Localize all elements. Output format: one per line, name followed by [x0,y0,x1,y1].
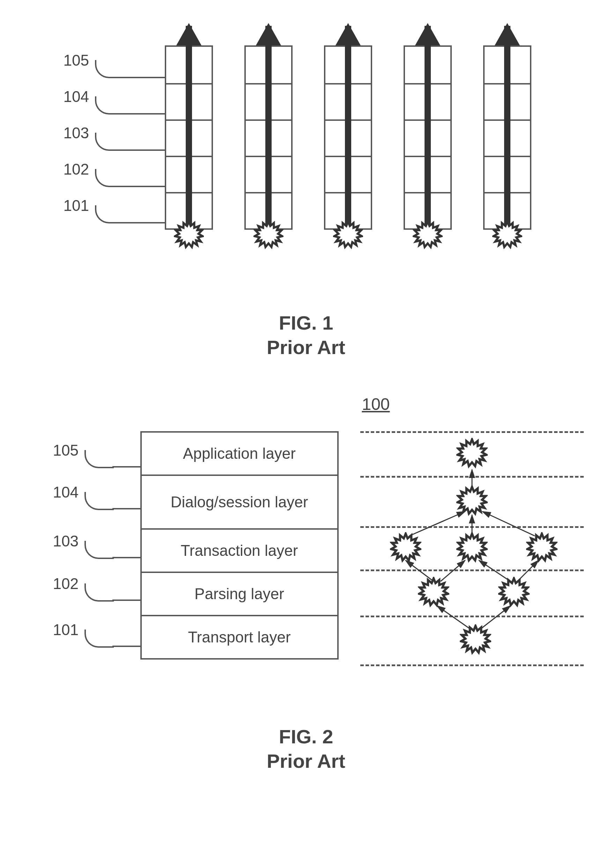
up-arrow-icon [425,26,431,228]
layer-stack [165,45,213,230]
figure-1: 105 104 103 102 101 [18,25,594,297]
ref-label: 102 [53,575,79,592]
caption-subtitle: Prior Art [18,749,594,773]
burst-icon [456,532,488,564]
fig2-flow-graph [360,431,584,665]
ref-label: 102 [64,161,89,178]
burst-icon [460,624,491,656]
fig1-stacks [165,45,531,230]
caption-subtitle: Prior Art [18,335,594,360]
caption-title: FIG. 2 [18,724,594,749]
caption-title: FIG. 1 [18,311,594,335]
figure-2: 105 104 103 102 101 Application layer Di… [18,424,594,697]
fig2-ref-number: 100 [158,395,594,414]
ref-label: 105 [64,52,89,69]
layer-stack [483,45,531,230]
burst-icon [413,220,443,250]
table-row: Parsing layer [142,572,337,615]
burst-icon [390,532,421,564]
burst-icon [456,485,488,517]
ref-label: 104 [53,484,79,501]
burst-icon [526,532,558,564]
up-arrow-icon [265,26,272,228]
table-row: Transaction layer [142,528,337,572]
fig2-caption: FIG. 2 Prior Art [18,724,594,773]
burst-icon [174,220,204,250]
burst-icon [492,220,522,250]
burst-icon [333,220,363,250]
ref-label: 101 [64,197,89,214]
up-arrow-icon [504,26,510,228]
burst-icon [254,220,284,250]
layer-stack [404,45,452,230]
ref-label: 103 [64,124,89,142]
table-row: Application layer [142,432,337,474]
burst-icon [498,577,530,608]
ref-label: 101 [53,621,79,639]
layer-stack [324,45,372,230]
up-arrow-icon [345,26,351,228]
table-row: Dialog/session layer [142,474,337,528]
layer-stack [244,45,293,230]
ref-label: 104 [64,88,89,105]
fig1-caption: FIG. 1 Prior Art [18,311,594,360]
layer-table: Application layer Dialog/session layer T… [140,431,339,660]
burst-icon [456,438,488,469]
ref-label: 105 [53,442,79,459]
burst-icon [418,577,449,608]
up-arrow-icon [186,26,192,228]
ref-label: 103 [53,532,79,550]
table-row: Transport layer [142,615,337,658]
